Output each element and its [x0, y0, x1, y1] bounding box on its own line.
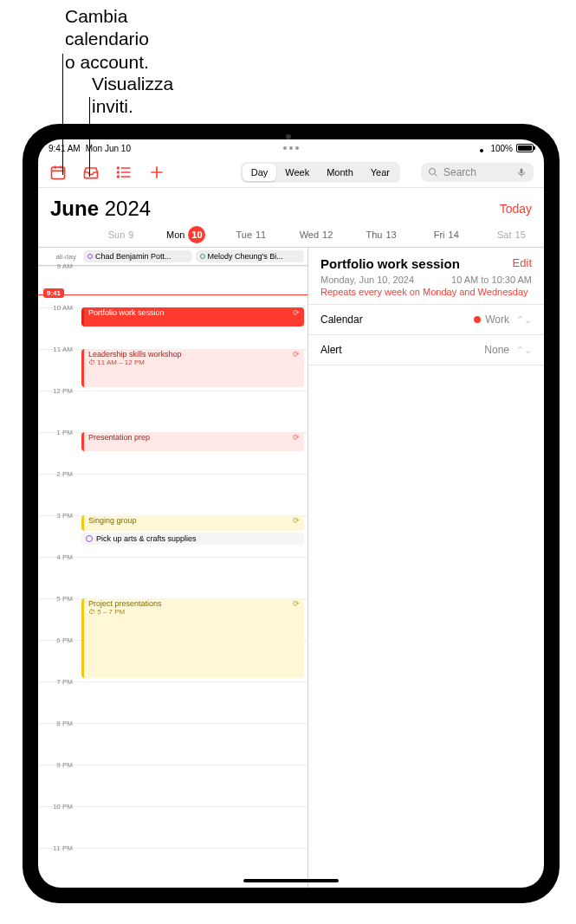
svg-line-13	[435, 173, 437, 176]
detail-header: Portfolio work session Edit Monday, Jun …	[308, 248, 544, 305]
wifi-icon	[476, 144, 487, 152]
event[interactable]: Project presentations⟳⏱ 5 – 7 PM	[81, 598, 304, 678]
hour-label: 8 PM	[38, 720, 76, 727]
mic-icon[interactable]	[516, 167, 527, 178]
delete-event-button[interactable]: Delete Event	[308, 876, 544, 888]
event-detail-panel: Portfolio work session Edit Monday, Jun …	[308, 248, 544, 888]
add-icon[interactable]	[147, 163, 166, 182]
event[interactable]: Leadership skills workshop⟳⏱ 11 AM – 12 …	[81, 349, 304, 387]
status-bar: 9:41 AM Mon Jun 10 100%	[38, 139, 544, 157]
chevron-icon: ⌃⌄	[516, 314, 532, 326]
hour-row: 9 PM	[38, 765, 307, 806]
month-title[interactable]: June 2024	[50, 197, 151, 221]
battery-percent: 100%	[490, 144, 513, 153]
list-icon[interactable]	[114, 163, 133, 182]
svg-point-9	[118, 176, 120, 178]
detail-time: 10 AM to 10:30 AM	[451, 275, 532, 285]
now-indicator: 9:41	[38, 294, 307, 295]
hour-grid[interactable]: 9 AM10 AM11 AM12 PM1 PM2 PM3 PM4 PM5 PM6…	[38, 266, 307, 888]
weekday[interactable]: Sun9	[88, 226, 153, 243]
hour-label: 9 PM	[38, 761, 76, 769]
callout-calendar: Cambia calendarioo account.	[65, 5, 149, 74]
today-button[interactable]: Today	[500, 202, 532, 216]
detail-calendar-row[interactable]: Calendar Work⌃⌄	[308, 305, 544, 335]
event[interactable]: Presentation prep⟳	[81, 432, 304, 451]
svg-point-8	[118, 171, 120, 173]
hour-row: 9 AM	[38, 266, 307, 307]
allday-event[interactable]: Melody Cheung's Bi...	[196, 250, 305, 262]
detail-title: Portfolio work session	[320, 256, 460, 271]
callout-inbox: Visualizza inviti.	[92, 73, 173, 119]
hour-label: 10 PM	[38, 803, 76, 811]
detail-date: Monday, Jun 10, 2024	[320, 275, 414, 285]
view-month[interactable]: Month	[318, 164, 362, 181]
allday-row: all-day Chad Benjamin Pott... Melody Che…	[38, 248, 307, 266]
now-time-badge: 9:41	[43, 288, 64, 298]
weekday-selected[interactable]: Mon10	[153, 226, 218, 243]
hour-label: 2 PM	[38, 470, 76, 478]
chevron-icon: ⌃⌄	[516, 345, 532, 356]
day-view[interactable]: all-day Chad Benjamin Pott... Melody Che…	[38, 248, 308, 888]
weekday[interactable]: Tue11	[218, 226, 283, 243]
hour-label: 11 PM	[38, 844, 76, 852]
allday-label: all-day	[38, 253, 80, 261]
hour-label: 10 AM	[38, 304, 76, 312]
screen: 9:41 AM Mon Jun 10 100%	[38, 139, 544, 888]
toolbar: Day Week Month Year Search	[38, 157, 544, 188]
event[interactable]: Portfolio work session⟳	[81, 307, 304, 326]
hour-label: 12 PM	[38, 387, 76, 395]
weekday[interactable]: Fri14	[414, 226, 479, 243]
calendars-icon[interactable]	[49, 163, 68, 182]
svg-point-12	[430, 168, 436, 174]
hour-row: 10 PM	[38, 806, 307, 848]
ipad-frame: 9:41 AM Mon Jun 10 100%	[23, 124, 560, 903]
status-date: Mon Jun 10	[86, 144, 131, 153]
hour-row: 2 PM	[38, 474, 307, 515]
search-icon	[428, 167, 438, 178]
view-week[interactable]: Week	[276, 164, 318, 181]
battery-icon	[516, 144, 534, 152]
multitask-dots[interactable]	[283, 146, 299, 150]
hour-label: 9 AM	[38, 262, 76, 270]
hour-label: 3 PM	[38, 512, 76, 520]
hour-row: 4 PM	[38, 557, 307, 598]
detail-repeat: Repeats every week on Monday and Wednesd…	[320, 287, 532, 297]
event[interactable]: Singing group⟳	[81, 515, 304, 531]
search-placeholder: Search	[443, 166, 476, 178]
hour-row: 7 PM	[38, 682, 307, 723]
week-strip: Sun9 Mon10 Tue11 Wed12 Thu13 Fri14 Sat15	[38, 221, 544, 248]
allday-event[interactable]: Chad Benjamin Pott...	[83, 250, 192, 262]
callout-line	[89, 97, 90, 177]
weekday[interactable]: Thu13	[349, 226, 414, 243]
inbox-icon[interactable]	[81, 163, 100, 182]
calendar-color-dot	[474, 316, 481, 323]
view-year[interactable]: Year	[362, 164, 398, 181]
detail-calendar-label: Calendar	[320, 313, 363, 326]
detail-alert-label: Alert	[320, 344, 342, 356]
svg-rect-14	[521, 168, 523, 173]
home-indicator[interactable]	[243, 879, 339, 882]
hour-label: 4 PM	[38, 553, 76, 561]
hour-label: 5 PM	[38, 595, 76, 603]
svg-point-7	[118, 167, 120, 169]
reminder[interactable]: Pick up arts & crafts supplies	[81, 533, 304, 545]
status-time: 9:41 AM	[49, 144, 81, 153]
weekday[interactable]: Sat15	[479, 226, 544, 243]
ipad-camera	[286, 134, 291, 139]
hour-label: 7 PM	[38, 678, 76, 686]
main-content: all-day Chad Benjamin Pott... Melody Che…	[38, 248, 544, 888]
view-segmented-control: Day Week Month Year	[241, 162, 400, 183]
weekday[interactable]: Wed12	[283, 226, 348, 243]
reminder-circle-icon[interactable]	[86, 535, 93, 542]
calendar-header: June 2024 Today	[38, 188, 544, 221]
hour-label: 11 AM	[38, 346, 76, 353]
detail-alert-row[interactable]: Alert None⌃⌄	[308, 335, 544, 365]
hour-row: 12 PM	[38, 391, 307, 432]
hour-label: 6 PM	[38, 636, 76, 644]
hour-label: 1 PM	[38, 429, 76, 436]
edit-button[interactable]: Edit	[513, 256, 532, 269]
view-day[interactable]: Day	[243, 164, 277, 181]
search-field[interactable]: Search	[421, 163, 534, 182]
callout-line	[62, 54, 63, 175]
hour-row: 8 PM	[38, 723, 307, 765]
